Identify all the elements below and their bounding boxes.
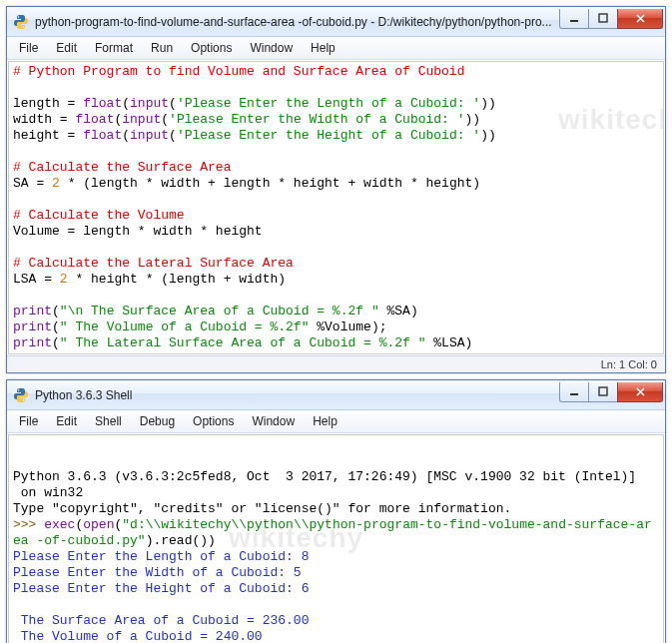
minimize-button[interactable] — [559, 382, 589, 402]
shell-output-area[interactable]: Python 3.6.3 (v3.6.3:2c5fed8, Oct 3 2017… — [8, 434, 664, 643]
editor-titlebar[interactable]: python-program-to-find-volume-and-surfac… — [7, 7, 665, 37]
menu-shell[interactable]: Shell — [87, 412, 130, 430]
menu-file[interactable]: File — [11, 39, 46, 57]
editor-code-area[interactable]: # Python Program to find Volume and Surf… — [8, 61, 664, 354]
editor-title-text: python-program-to-find-volume-and-surfac… — [35, 15, 560, 29]
menu-edit[interactable]: Edit — [48, 39, 85, 57]
menu-window[interactable]: Window — [242, 39, 301, 57]
menu-window[interactable]: Window — [244, 412, 303, 430]
code-line: print("\n The Surface Area of a Cuboid =… — [13, 304, 659, 320]
editor-window: python-program-to-find-volume-and-surfac… — [6, 6, 666, 373]
code-line: length = float(input('Please Enter the L… — [13, 96, 659, 112]
menu-help[interactable]: Help — [303, 39, 343, 57]
menu-debug[interactable]: Debug — [132, 412, 183, 430]
svg-rect-2 — [570, 20, 578, 22]
svg-point-4 — [18, 389, 20, 391]
code-line: width = float(input('Please Enter the Wi… — [13, 112, 659, 128]
code-line: height = float(input('Please Enter the H… — [13, 128, 659, 144]
code-line: LSA = 2 * height * (length + width) — [13, 272, 659, 288]
shell-line: >>> exec(open("d:\\wikitechy\\python\\py… — [13, 517, 659, 533]
menu-format[interactable]: Format — [87, 39, 141, 57]
code-line: SA = 2 * (length * width + length * heig… — [13, 176, 659, 192]
code-line: Volume = length * width * height — [13, 224, 659, 240]
svg-point-0 — [18, 16, 20, 18]
editor-menubar: FileEditFormatRunOptionsWindowHelp — [7, 37, 665, 60]
code-line — [13, 80, 659, 96]
window-controls — [560, 9, 663, 29]
minimize-button[interactable] — [559, 9, 589, 29]
svg-rect-6 — [570, 393, 578, 395]
code-line — [13, 288, 659, 304]
menu-file[interactable]: File — [11, 412, 46, 430]
python-icon — [13, 387, 29, 403]
shell-line: Please Enter the Height of a Cuboid: 6 — [13, 581, 659, 597]
menu-run[interactable]: Run — [143, 39, 181, 57]
window-controls — [560, 382, 663, 402]
maximize-button[interactable] — [588, 382, 618, 402]
code-line: # Calculate the Volume — [13, 208, 659, 224]
code-line — [13, 192, 659, 208]
shell-line: Type "copyright", "credits" or "license(… — [13, 501, 659, 517]
shell-line: Please Enter the Length of a Cuboid: 8 — [13, 549, 659, 565]
svg-rect-3 — [599, 14, 607, 22]
code-line — [13, 240, 659, 256]
code-line: print(" The Lateral Surface Area of a Cu… — [13, 335, 659, 351]
shell-line: Please Enter the Width of a Cuboid: 5 — [13, 565, 659, 581]
code-line — [13, 144, 659, 160]
close-button[interactable] — [617, 382, 663, 402]
shell-line — [13, 597, 659, 613]
shell-menubar: FileEditShellDebugOptionsWindowHelp — [7, 410, 665, 433]
shell-titlebar[interactable]: Python 3.6.3 Shell — [7, 380, 665, 410]
menu-options[interactable]: Options — [185, 412, 242, 430]
close-button[interactable] — [617, 9, 663, 29]
maximize-button[interactable] — [588, 9, 618, 29]
svg-rect-7 — [599, 387, 607, 395]
shell-title-text: Python 3.6.3 Shell — [35, 388, 560, 402]
svg-point-5 — [23, 399, 25, 401]
code-line: # Calculate the Lateral Surface Area — [13, 256, 659, 272]
editor-statusbar: Ln: 1 Col: 0 — [7, 355, 665, 372]
shell-window: Python 3.6.3 Shell FileEditShellDebugOpt… — [6, 379, 666, 643]
menu-options[interactable]: Options — [183, 39, 240, 57]
menu-edit[interactable]: Edit — [48, 412, 85, 430]
code-line: # Python Program to find Volume and Surf… — [13, 64, 659, 80]
svg-point-1 — [23, 26, 25, 28]
code-line: print(" The Volume of a Cuboid = %.2f" %… — [13, 320, 659, 335]
shell-line: The Volume of a Cuboid = 240.00 — [13, 629, 659, 643]
code-line: # Calculate the Surface Area — [13, 160, 659, 176]
menu-help[interactable]: Help — [305, 412, 345, 430]
shell-line: Python 3.6.3 (v3.6.3:2c5fed8, Oct 3 2017… — [13, 469, 659, 485]
shell-line: The Surface Area of a Cuboid = 236.00 — [13, 613, 659, 629]
shell-line: ea -of-cuboid.py").read()) — [13, 533, 659, 549]
python-icon — [13, 14, 29, 30]
shell-line: on win32 — [13, 485, 659, 501]
